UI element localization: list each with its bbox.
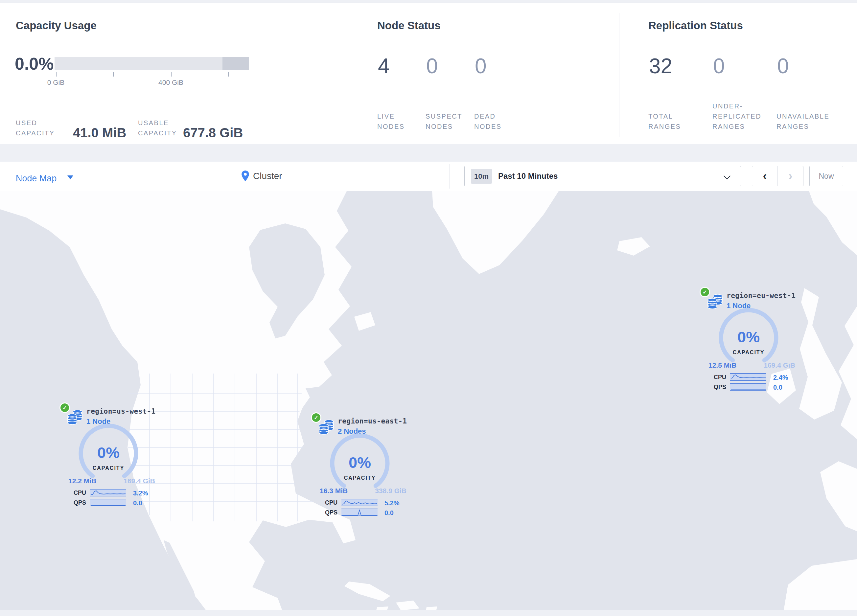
unavailable-ranges-label: UNAVAILABLE RANGES bbox=[777, 111, 829, 132]
replication-status-title: Replication Status bbox=[648, 19, 743, 32]
total-ranges-label: TOTAL RANGES bbox=[648, 111, 681, 132]
qps-label: QPS bbox=[701, 384, 726, 391]
axis-tick bbox=[228, 72, 229, 77]
axis-tick-label: 400 GiB bbox=[145, 79, 197, 86]
under-replicated-ranges-label: UNDER- REPLICATED RANGES bbox=[712, 101, 761, 132]
cpu-value: 2.4% bbox=[773, 374, 788, 381]
time-step-group: ‹ › bbox=[752, 166, 803, 186]
under-replicated-ranges-value: 0 bbox=[713, 56, 725, 77]
qps-sparkline bbox=[730, 383, 766, 391]
qps-value: 0.0 bbox=[133, 499, 142, 507]
cpu-value: 3.2% bbox=[133, 489, 148, 497]
region-marker-us-west-1[interactable]: ✓ region=us-west-1 1 Node 0% CAPACITY 12… bbox=[60, 401, 162, 509]
live-nodes-value: 4 bbox=[378, 56, 390, 77]
suspect-nodes-label: SUSPECT NODES bbox=[425, 111, 463, 132]
region-label: region=us-east-1 bbox=[338, 417, 407, 425]
capacity-used-value: 16.3 MiB bbox=[320, 487, 348, 495]
live-nodes-label: LIVE NODES bbox=[377, 111, 405, 132]
unavailable-ranges-value: 0 bbox=[777, 56, 789, 77]
total-ranges-value: 32 bbox=[649, 56, 672, 77]
capacity-used-value: 12.5 MiB bbox=[708, 361, 736, 369]
toolbar-divider bbox=[450, 164, 450, 188]
cpu-sparkline bbox=[342, 499, 377, 506]
time-range-select[interactable]: 10m Past 10 Minutes bbox=[464, 166, 741, 186]
qps-label: QPS bbox=[60, 499, 86, 506]
dead-nodes-value: 0 bbox=[475, 56, 487, 77]
capacity-gauge-percent: 0% bbox=[329, 453, 391, 471]
prev-interval-button[interactable]: ‹ bbox=[752, 166, 778, 186]
dead-nodes-label: DEAD NODES bbox=[474, 111, 502, 132]
axis-tick bbox=[113, 72, 114, 77]
capacity-used-value: 12.2 MiB bbox=[68, 477, 96, 485]
region-marker-eu-west-1[interactable]: ✓ region=eu-west-1 1 Node 0% CAPACITY 12… bbox=[701, 285, 803, 394]
capacity-reserved-segment bbox=[223, 57, 249, 70]
capacity-gauge-percent: 0% bbox=[77, 443, 140, 462]
cpu-value: 5.2% bbox=[384, 499, 399, 507]
capacity-gauge-percent: 0% bbox=[717, 328, 780, 346]
capacity-total-value: 338.9 GiB bbox=[375, 487, 407, 495]
region-label: region=us-west-1 bbox=[87, 408, 155, 415]
chevron-down-icon[interactable] bbox=[67, 176, 73, 179]
suspect-nodes-value: 0 bbox=[426, 56, 438, 77]
qps-sparkline bbox=[90, 499, 126, 506]
cluster-summary-bar: Capacity Usage 0.0% 0 GiB 400 GiB USED C… bbox=[0, 3, 857, 144]
capacity-gauge-label: CAPACITY bbox=[717, 350, 780, 355]
time-window-badge: 10m bbox=[471, 169, 492, 184]
now-button[interactable]: Now bbox=[809, 166, 843, 186]
qps-label: QPS bbox=[312, 509, 337, 516]
capacity-gauge-label: CAPACITY bbox=[329, 475, 391, 481]
qps-value: 0.0 bbox=[384, 509, 394, 517]
cpu-sparkline bbox=[90, 489, 126, 496]
capacity-total-value: 169.4 GiB bbox=[764, 361, 795, 369]
usable-capacity-value: 677.8 GiB bbox=[183, 125, 243, 140]
breadcrumb-cluster[interactable]: Cluster bbox=[253, 171, 282, 181]
cpu-label: CPU bbox=[701, 374, 726, 381]
next-interval-button[interactable]: › bbox=[778, 166, 803, 186]
capacity-usage-title: Capacity Usage bbox=[16, 19, 97, 32]
axis-tick bbox=[56, 72, 57, 77]
view-selector[interactable]: Node Map bbox=[16, 173, 57, 184]
map-toolbar: Node Map Cluster 10m Past 10 Minutes ‹ ›… bbox=[0, 162, 857, 191]
map-bottom-strip bbox=[0, 610, 857, 616]
capacity-usage-percent: 0.0% bbox=[15, 54, 54, 74]
cpu-label: CPU bbox=[60, 489, 86, 496]
usable-capacity-label: USABLE CAPACITY bbox=[138, 118, 177, 138]
qps-value: 0.0 bbox=[773, 384, 783, 391]
location-pin-icon bbox=[241, 170, 249, 181]
chevron-down-icon bbox=[724, 173, 730, 179]
section-divider bbox=[619, 13, 619, 137]
region-marker-us-east-1[interactable]: ✓ region=us-east-1 2 Nodes 0% CAPACITY 1… bbox=[312, 411, 414, 519]
axis-tick bbox=[171, 72, 172, 77]
node-status-title: Node Status bbox=[377, 19, 441, 32]
time-window-label: Past 10 Minutes bbox=[498, 171, 558, 181]
section-divider bbox=[347, 13, 347, 137]
used-capacity-value: 41.0 MiB bbox=[73, 125, 126, 140]
axis-tick-label: 0 GiB bbox=[29, 79, 82, 86]
capacity-gauge-label: CAPACITY bbox=[77, 465, 140, 471]
capacity-total-value: 169.4 GiB bbox=[124, 477, 155, 485]
cpu-sparkline bbox=[730, 373, 766, 381]
qps-sparkline bbox=[342, 509, 377, 516]
used-capacity-label: USED CAPACITY bbox=[16, 118, 55, 138]
capacity-usage-bar bbox=[54, 57, 249, 70]
cpu-label: CPU bbox=[312, 499, 337, 506]
region-label: region=eu-west-1 bbox=[727, 292, 795, 300]
